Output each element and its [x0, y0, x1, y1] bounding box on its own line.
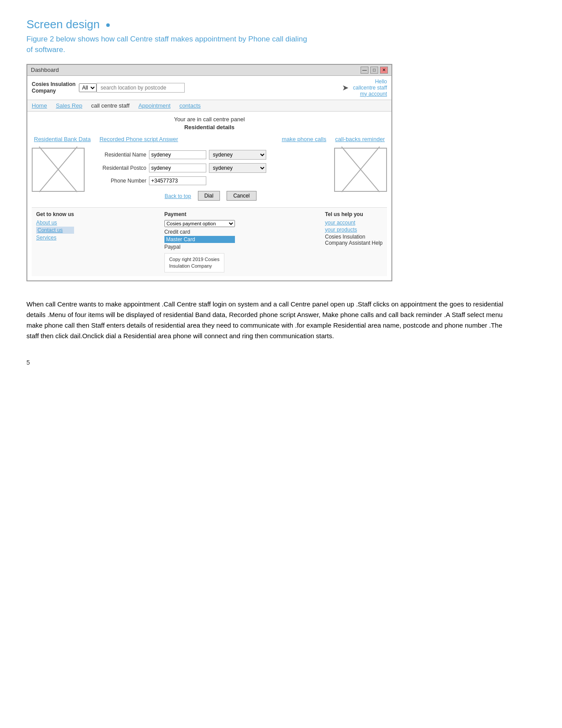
- get-to-know-heading: Get to know us: [36, 211, 74, 217]
- company-name: Cosies Insulation Company: [32, 81, 75, 94]
- search-input[interactable]: [97, 83, 185, 93]
- search-area: ➤: [97, 83, 353, 93]
- dial-button[interactable]: Dial: [198, 191, 220, 201]
- window-titlebar: Dashboard — □ ✕: [27, 65, 391, 76]
- body-text: When call Centre wants to make appointme…: [26, 299, 511, 341]
- all-dropdown[interactable]: All: [79, 83, 97, 92]
- top-bar: Cosies Insulation Company All ➤ Hello ca…: [27, 76, 391, 100]
- call-backs-reminder-link[interactable]: call-backs reminder: [335, 136, 385, 142]
- about-us-link[interactable]: About us: [36, 220, 74, 226]
- form-area: Residential Name sydeney Residentail Pos…: [89, 148, 330, 201]
- search-arrow-icon: ➤: [342, 83, 349, 93]
- your-products-link[interactable]: your products: [325, 227, 383, 233]
- cancel-button[interactable]: Cancel: [227, 191, 256, 201]
- panel-subtitle: Residential details: [32, 124, 387, 131]
- residential-name-label: Residential Name: [89, 152, 146, 158]
- nav-contacts[interactable]: contacts: [179, 102, 201, 109]
- residential-postcode-input[interactable]: [149, 164, 206, 172]
- services-link[interactable]: Services: [36, 235, 74, 241]
- window-controls: — □ ✕: [361, 67, 388, 74]
- residential-name-input[interactable]: [149, 150, 206, 159]
- tel-us-heading: Tel us help you: [325, 211, 383, 217]
- main-panel: Your are in call centre panel Residentia…: [27, 112, 391, 281]
- footer-tel-us: Tel us help you your account your produc…: [325, 211, 383, 273]
- nav-home[interactable]: Home: [32, 102, 47, 109]
- payment-option-select[interactable]: Cosies payment option: [164, 220, 235, 227]
- nav-call-centre: call centre staff: [91, 102, 130, 109]
- footer-payment: Payment Cosies payment option Credit car…: [164, 211, 235, 273]
- right-image-placeholder: [334, 148, 387, 192]
- my-account-link[interactable]: my account: [353, 91, 387, 97]
- copyright-box: Copy right 2019 Cosies Insulation Compan…: [164, 253, 224, 273]
- phone-number-row: Phone Number: [89, 176, 330, 185]
- residential-name-row: Residential Name sydeney: [89, 150, 330, 160]
- paypal-option: Paypal: [164, 244, 235, 250]
- restore-button[interactable]: □: [370, 67, 378, 74]
- nav-bar: Home Sales Rep call centre staff Appoint…: [27, 100, 391, 112]
- copyright-line2: Insulation Company: [169, 263, 220, 269]
- recorded-phone-script-link[interactable]: Recorded Phone script Answer: [100, 136, 178, 142]
- page-number: 5: [26, 359, 536, 366]
- left-image-placeholder: [32, 148, 85, 192]
- panel-title: Your are in call centre panel: [32, 116, 387, 123]
- company-area: Cosies Insulation Company All: [32, 81, 97, 94]
- dashboard-window: Dashboard — □ ✕ Cosies Insulation Compan…: [26, 64, 392, 282]
- dash-footer: Get to know us About us Contact us Servi…: [32, 207, 387, 276]
- nav-appointment[interactable]: Appointment: [138, 102, 171, 109]
- minimize-button[interactable]: —: [361, 67, 368, 74]
- user-info: Hello callcentre staff my account: [353, 78, 387, 97]
- phone-number-input[interactable]: [149, 176, 206, 185]
- back-to-top-link[interactable]: Back to top: [164, 193, 191, 199]
- company-assist: Cosies Insulation Company Assistant Help: [325, 234, 383, 246]
- residential-name-select[interactable]: sydeney: [209, 150, 266, 160]
- page-title: Screen design: [26, 18, 536, 31]
- dial-row: Back to top Dial Cancel: [89, 191, 330, 201]
- page-title-text: Screen design: [26, 18, 100, 31]
- master-card-option: Master Card: [164, 236, 235, 243]
- phone-number-label: Phone Number: [89, 178, 146, 184]
- nav-sales-rep[interactable]: Sales Rep: [56, 102, 82, 109]
- page-subtitle: Figure 2 below shows how call Centre sta…: [26, 34, 313, 55]
- residential-bank-data-link[interactable]: Residential Bank Data: [34, 136, 91, 142]
- residential-postcode-label: Residentail Postco: [89, 165, 146, 171]
- back-to-top-area: Back to top: [162, 192, 191, 199]
- close-button[interactable]: ✕: [380, 67, 388, 74]
- content-area: Residential Name sydeney Residentail Pos…: [32, 148, 387, 201]
- title-dot: [106, 23, 110, 27]
- your-account-link[interactable]: your account: [325, 220, 383, 226]
- credit-card-option: Credit card: [164, 229, 235, 235]
- copyright-line1: Copy right 2019 Cosies: [169, 256, 220, 263]
- action-links: Residential Bank Data Recorded Phone scr…: [32, 136, 387, 142]
- payment-heading: Payment: [164, 211, 235, 217]
- make-phone-calls-link[interactable]: make phone calls: [282, 136, 326, 142]
- residential-postcode-select[interactable]: sydeney: [209, 163, 266, 173]
- window-title: Dashboard: [31, 67, 59, 73]
- contact-us-link[interactable]: Contact us: [36, 227, 74, 234]
- footer-get-to-know: Get to know us About us Contact us Servi…: [36, 211, 74, 273]
- residential-postcode-row: Residentail Postco sydeney: [89, 163, 330, 173]
